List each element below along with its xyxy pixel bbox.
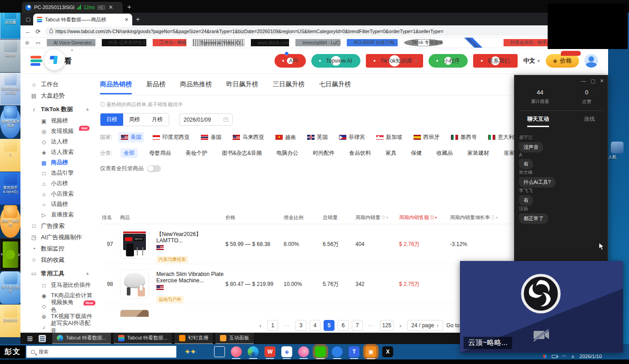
desktop-icon[interactable]: 爱思助手 8.0(64位) [0, 172, 21, 205]
header-nav-button[interactable]: 小程序 [429, 54, 468, 68]
tabcut-floating-ball[interactable] [44, 49, 65, 70]
column-period-revenue[interactable]: 周期内销售额ⓘ▾ [399, 214, 450, 221]
desktop-icon[interactable]: 搜狗高速浏览器 [0, 106, 21, 138]
page-size-select[interactable]: 24 / page∨ [407, 320, 443, 331]
tab-chat-interaction[interactable]: 聊天互动 [527, 115, 549, 127]
next-page-icon[interactable]: › [397, 320, 404, 331]
ranking-tab[interactable]: 商品热销榜 [100, 80, 132, 94]
language-selector[interactable]: 中文 ∨ [523, 57, 540, 65]
bookmark-item[interactable]: Tiktok 专线管理 [404, 39, 443, 46]
category-option[interactable]: 收藏品 [433, 148, 456, 158]
column-growth[interactable]: 周期内销量增长率ⓘ▾ [450, 214, 504, 221]
period-option[interactable]: 周榜 [123, 113, 146, 126]
page-number[interactable]: ··· [281, 320, 292, 331]
header-nav-button[interactable]: Topview AI [311, 54, 360, 68]
site-logo[interactable]: ut 特看 [30, 56, 99, 66]
remote-new-tab-button[interactable]: + [127, 3, 131, 10]
bookmark-item[interactable]: 抖音去水印、快手... [504, 39, 550, 46]
workspaces-icon[interactable]: ▢ [23, 15, 33, 24]
remote-tab-close-icon[interactable]: ✕ [109, 4, 113, 10]
category-option[interactable]: 家装建材 [464, 148, 492, 158]
sidebar-item[interactable]: ◇ 视频换角色 New [30, 301, 95, 311]
desktop-icon[interactable]: 回收站 [0, 39, 21, 72]
sidebar-item[interactable]: ▦ 商品榜 [30, 157, 95, 168]
start-button-icon[interactable]: ⊞ [24, 334, 36, 343]
taskbar-app-icon[interactable]: W [265, 346, 275, 357]
browser-tab[interactable]: Tabcut 特看数据——商品榜 ✕ [33, 14, 132, 25]
product-title[interactable]: Merach Slim Vibration Plate Exercise Mac… [156, 271, 225, 284]
taskbar-app-button[interactable]: 钉钉直播 [175, 333, 213, 344]
user-avatar[interactable] [584, 54, 598, 68]
page-number[interactable]: 7 [352, 320, 363, 331]
pricing-button[interactable]: ◆ 价格 [546, 54, 579, 68]
copilot-sparkle-icon[interactable]: ✦✦ [185, 348, 196, 356]
calculator-icon[interactable] [39, 335, 46, 342]
managed-goods-toggle[interactable] [147, 165, 161, 172]
country-option[interactable]: 英国 [305, 132, 330, 143]
sidebar-item[interactable]: ☆ 我的收藏 [30, 254, 95, 266]
refresh-icon[interactable]: ⟳ [35, 28, 40, 35]
taskbar-app-icon[interactable] [315, 346, 326, 357]
sidebar-item[interactable]: ▷ 直播搜索 [30, 210, 95, 220]
tab-connect[interactable]: 连线 [584, 115, 595, 127]
desktop-icon[interactable]: 话术生成器 12.0版 [0, 73, 21, 105]
back-icon[interactable]: ← [25, 28, 31, 35]
sidebar-item[interactable]: ⌂ 工作台 [30, 79, 95, 90]
reading-list-icon[interactable]: ⊜ [25, 40, 29, 46]
page-number[interactable]: 4 [310, 320, 320, 331]
ranking-tab[interactable]: 商品热推榜 [180, 80, 212, 94]
desktop-icon-right-mid[interactable] [611, 142, 624, 153]
taskbar-app-icon[interactable]: X [382, 346, 393, 357]
header-nav-button[interactable]: TikTok知识库 ∨ [366, 54, 424, 68]
desktop-icon[interactable]: 身份信息 [0, 305, 21, 337]
address-bar[interactable]: https://www.tabcut.com/zh-CN/ranking/goo… [45, 27, 578, 36]
bookmark-item[interactable]: ACL4SSR 在线订阅... [347, 39, 398, 46]
mini-scrollbar[interactable]: ▲ [70, 48, 73, 74]
ranking-tab[interactable]: 七日飙升榜 [319, 80, 351, 94]
header-nav-button[interactable]: 联系我们 [473, 54, 518, 68]
category-option[interactable]: 家具 [382, 148, 399, 158]
taskbar-app-button[interactable]: 互动面板 [215, 333, 254, 344]
bookmark-item[interactable]: www.tiktok.com [251, 39, 289, 46]
taskbar-search-box[interactable]: 搜索 [26, 346, 176, 358]
header-nav-button[interactable]: API [275, 54, 306, 68]
country-option[interactable]: 新加坡 [374, 132, 405, 143]
desktop-icon[interactable]: 讯飞语音助手 [0, 271, 21, 304]
sidebar-item[interactable]: □ 亚马逊比价插件 [30, 280, 95, 290]
prev-page-icon[interactable]: ‹ [257, 320, 264, 331]
bookmark-item[interactable]: Topview AI Video Cr... [193, 39, 245, 46]
sidebar-item[interactable]: ◈ 达人搜索 [30, 147, 95, 157]
category-option[interactable]: 时尚配件 [310, 148, 338, 158]
taskbar-date[interactable]: 2026/1/10 [579, 354, 602, 359]
sidebar-item[interactable]: ◳ AI广告视频制作 [30, 231, 95, 243]
bookmark-item[interactable]: 工作台 - 蝉镜 [153, 39, 186, 46]
page-number[interactable]: 5 [324, 320, 334, 331]
category-option[interactable]: 电脑办公 [273, 148, 301, 158]
country-option[interactable]: 墨西哥 [448, 132, 479, 143]
tab-close-icon[interactable]: ✕ [125, 17, 129, 23]
page-number[interactable]: ··· [366, 320, 377, 331]
date-picker[interactable]: 2026/01/09 [179, 113, 233, 126]
country-option[interactable]: 印度尼西亚 [150, 132, 192, 143]
bookmark-item[interactable]: ImmortalWrt - LuCI [295, 39, 340, 46]
desktop-icon[interactable]: 易数一键还原 [0, 205, 21, 238]
desktop-icon[interactable]: 2 [0, 139, 21, 172]
ranking-tab[interactable]: 新品榜 [146, 80, 165, 94]
sidebar-item[interactable]: ▤ 大盘趋势 [30, 90, 95, 101]
category-option[interactable]: 全部 [120, 148, 138, 158]
taskbar-app-icon[interactable] [248, 346, 259, 357]
product-title[interactable]: 【NewYear2026】LAMTTO... [156, 231, 225, 244]
period-option[interactable]: 日榜 [100, 113, 123, 126]
sidebar-item[interactable]: ○ 话题榜 [30, 199, 95, 210]
page-number[interactable]: 125 [380, 320, 394, 331]
scroll-up-arrow-icon[interactable]: ▲ [70, 48, 73, 51]
taskbar-app-icon[interactable]: ▣ [365, 346, 376, 357]
taskbar-app-button[interactable]: Tabcut 特看数据... [52, 333, 111, 344]
taskbar-app-icon[interactable] [231, 346, 242, 357]
country-option[interactable]: 美国 [118, 132, 144, 143]
sidebar-item[interactable]: ◇ 达人榜 [30, 137, 95, 147]
category-option[interactable]: 母婴用品 [146, 148, 174, 158]
sidebar-item[interactable]: ♪ 超写实AI外语配音 [30, 322, 95, 332]
country-option[interactable]: 菲律宾 [336, 132, 368, 143]
category-option[interactable]: 图书&杂志&音频 [219, 148, 265, 158]
